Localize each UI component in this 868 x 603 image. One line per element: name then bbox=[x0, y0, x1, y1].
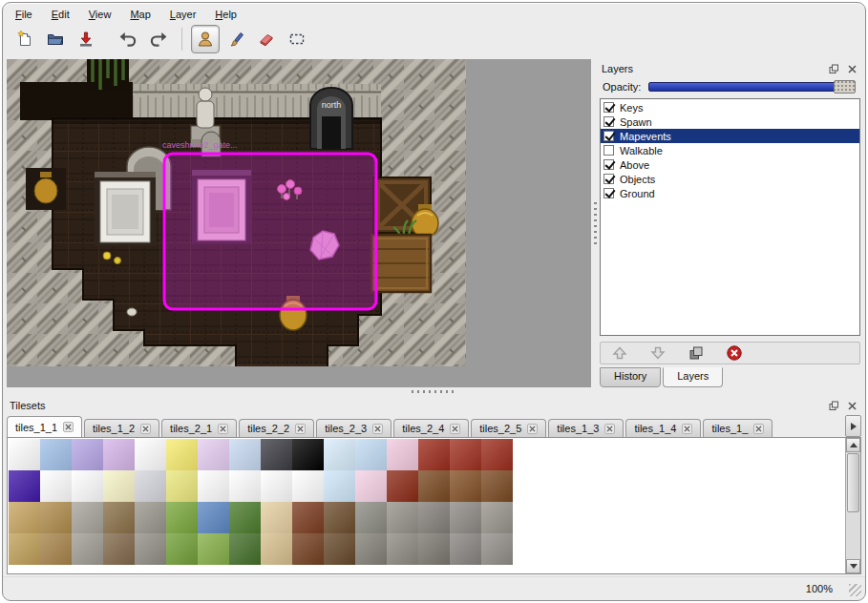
palette-tile[interactable] bbox=[40, 502, 72, 533]
palette-tile[interactable] bbox=[292, 533, 324, 565]
map-image[interactable]: caveshrine2_gate... north bbox=[7, 59, 466, 366]
left-pot-object[interactable] bbox=[26, 168, 66, 210]
tileset-tab-tiles_1_[interactable]: tiles_1_ bbox=[703, 419, 773, 437]
palette-tile[interactable] bbox=[166, 533, 198, 565]
tileset-tab-tiles_2_1[interactable]: tiles_2_1 bbox=[161, 419, 237, 437]
opacity-slider-handle[interactable] bbox=[834, 80, 856, 94]
tileset-tab-tiles_1_1[interactable]: tiles_1_1 bbox=[7, 416, 82, 437]
palette-tile[interactable] bbox=[9, 502, 40, 533]
float-panel-button[interactable] bbox=[827, 63, 840, 75]
vertical-splitter[interactable] bbox=[591, 59, 599, 387]
palette-tile[interactable] bbox=[324, 470, 355, 502]
palette-tile[interactable] bbox=[261, 439, 292, 470]
layer-row-keys[interactable]: Keys bbox=[601, 100, 859, 114]
palette-tile[interactable] bbox=[103, 470, 135, 502]
palette-tile[interactable] bbox=[324, 439, 355, 470]
dock-tab-layers[interactable]: Layers bbox=[663, 367, 723, 387]
palette-tile[interactable] bbox=[387, 533, 418, 565]
tileset-tab-tiles_1_4[interactable]: tiles_1_4 bbox=[625, 419, 701, 437]
close-panel-button[interactable] bbox=[845, 400, 858, 412]
redo-button[interactable] bbox=[144, 25, 173, 53]
duplicate-layer-button[interactable] bbox=[687, 343, 706, 363]
save-button[interactable] bbox=[72, 25, 100, 53]
palette-tile[interactable] bbox=[418, 439, 450, 470]
close-tab-icon[interactable] bbox=[372, 424, 383, 434]
palette-tile[interactable] bbox=[324, 533, 355, 565]
lower-layer-button[interactable] bbox=[648, 343, 667, 363]
north-gate-object[interactable] bbox=[310, 88, 352, 149]
palette-tile[interactable] bbox=[9, 439, 40, 470]
menu-file[interactable]: File bbox=[9, 7, 39, 22]
skull-object[interactable] bbox=[127, 308, 137, 316]
palette-tile[interactable] bbox=[135, 470, 166, 502]
palette-tile[interactable] bbox=[9, 533, 40, 565]
palette-tile[interactable] bbox=[229, 502, 261, 533]
menu-help[interactable]: Help bbox=[208, 7, 243, 22]
opacity-slider[interactable] bbox=[648, 82, 855, 92]
layer-row-mapevents[interactable]: Mapevents bbox=[601, 129, 859, 143]
palette-tile[interactable] bbox=[355, 533, 387, 565]
palette-tile[interactable] bbox=[481, 502, 513, 533]
layer-visibility-checkbox[interactable] bbox=[603, 188, 614, 198]
palette-tile[interactable] bbox=[229, 439, 261, 470]
crate-stack-object[interactable] bbox=[371, 235, 431, 292]
eraser-tool-button[interactable] bbox=[252, 25, 281, 53]
open-button[interactable] bbox=[41, 25, 70, 53]
close-tab-icon[interactable] bbox=[682, 424, 692, 434]
palette-tile[interactable] bbox=[355, 439, 387, 470]
palette-tile[interactable] bbox=[72, 502, 103, 533]
palette-tile[interactable] bbox=[481, 470, 513, 502]
close-tab-icon[interactable] bbox=[218, 424, 228, 434]
palette-tile[interactable] bbox=[229, 470, 261, 502]
layer-row-spawn[interactable]: Spawn bbox=[601, 114, 859, 129]
palette-tile[interactable] bbox=[324, 502, 355, 533]
palette-tile[interactable] bbox=[72, 533, 103, 565]
layer-visibility-checkbox[interactable] bbox=[603, 159, 614, 170]
palette-tile[interactable] bbox=[387, 470, 418, 502]
palette-tile[interactable] bbox=[450, 439, 481, 470]
palette-tile[interactable] bbox=[198, 533, 229, 565]
menu-view[interactable]: View bbox=[82, 7, 118, 22]
layer-row-above[interactable]: Above bbox=[601, 157, 859, 172]
palette-tile[interactable] bbox=[40, 470, 72, 502]
palette-tile[interactable] bbox=[450, 533, 481, 565]
palette-tile[interactable] bbox=[135, 533, 166, 565]
tileset-tab-tiles_2_4[interactable]: tiles_2_4 bbox=[393, 419, 469, 437]
close-tab-icon[interactable] bbox=[527, 424, 538, 434]
tileset-scrollbar[interactable] bbox=[845, 438, 860, 573]
tileset-tab-tiles_2_2[interactable]: tiles_2_2 bbox=[239, 419, 314, 437]
palette-tile[interactable] bbox=[198, 439, 229, 470]
close-tab-icon[interactable] bbox=[63, 422, 74, 432]
new-button[interactable] bbox=[11, 25, 39, 53]
palette-tile[interactable] bbox=[72, 470, 103, 502]
layer-visibility-checkbox[interactable] bbox=[603, 145, 614, 156]
close-tab-icon[interactable] bbox=[604, 424, 615, 434]
entity-tool-button[interactable] bbox=[191, 25, 220, 53]
palette-tile[interactable] bbox=[450, 470, 481, 502]
palette-tile[interactable] bbox=[103, 533, 135, 565]
undo-button[interactable] bbox=[114, 25, 142, 53]
layer-row-ground[interactable]: Ground bbox=[601, 186, 859, 200]
tileset-tab-tiles_1_3[interactable]: tiles_1_3 bbox=[548, 419, 624, 437]
brush-tool-button[interactable] bbox=[222, 25, 250, 53]
palette-tile[interactable] bbox=[418, 502, 450, 533]
palette-tile[interactable] bbox=[166, 470, 198, 502]
palette-tile[interactable] bbox=[229, 533, 261, 565]
palette-tile[interactable] bbox=[418, 470, 450, 502]
layer-visibility-checkbox[interactable] bbox=[603, 131, 614, 141]
white-door-object[interactable] bbox=[95, 172, 156, 246]
palette-tile[interactable] bbox=[9, 470, 40, 502]
layer-row-objects[interactable]: Objects bbox=[601, 172, 859, 186]
layer-visibility-checkbox[interactable] bbox=[603, 102, 614, 113]
vines-object[interactable] bbox=[87, 59, 129, 90]
close-tab-icon[interactable] bbox=[140, 424, 151, 434]
layer-row-walkable[interactable]: Walkable bbox=[601, 143, 859, 157]
map-selection[interactable] bbox=[164, 154, 376, 309]
palette-tile[interactable] bbox=[166, 502, 198, 533]
horizontal-splitter[interactable] bbox=[3, 387, 865, 396]
palette-tile[interactable] bbox=[198, 502, 229, 533]
palette-tile[interactable] bbox=[135, 502, 166, 533]
palette-tile[interactable] bbox=[198, 470, 229, 502]
close-tab-icon[interactable] bbox=[450, 424, 460, 434]
delete-layer-button[interactable] bbox=[725, 343, 744, 363]
